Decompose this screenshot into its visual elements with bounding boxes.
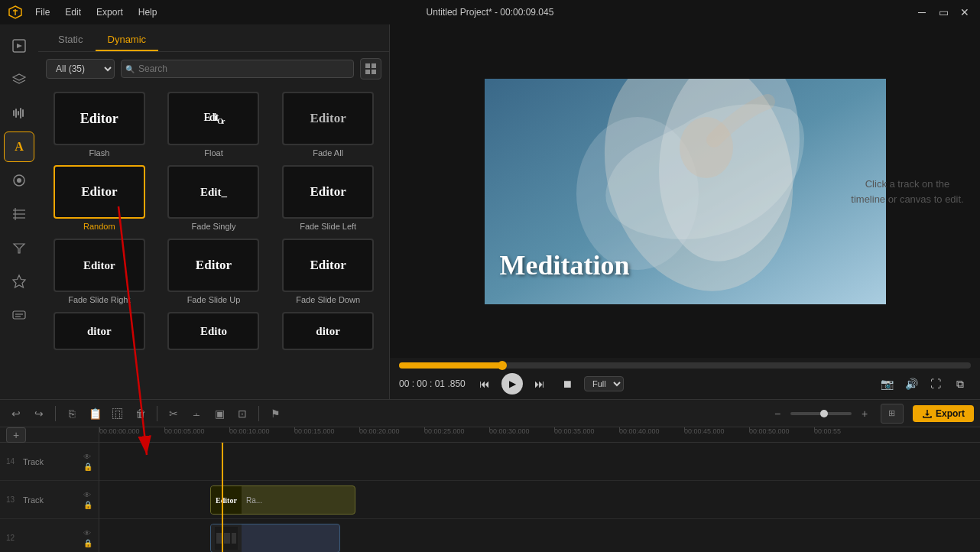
step-forward-button[interactable]: ⏭ — [529, 373, 550, 395]
track-row-12[interactable] — [99, 519, 980, 552]
menu-export[interactable]: Export — [90, 5, 129, 19]
ruler-50: 00:00:50.000 — [749, 427, 790, 435]
sidebar-icon-media[interactable] — [4, 31, 34, 61]
sidebar-icon-transitions[interactable] — [4, 199, 34, 229]
ruler-20: 00:00:20.000 — [359, 427, 400, 435]
svg-rect-13 — [365, 70, 370, 74]
add-track-button[interactable]: + — [6, 427, 26, 443]
category-select[interactable]: All (35) — [46, 59, 115, 79]
zoom-slider-thumb — [820, 410, 828, 417]
stop-button[interactable]: ⏹ — [557, 373, 578, 395]
minimize-button[interactable]: ─ — [913, 5, 931, 20]
sidebar-icon-captions[interactable] — [4, 300, 34, 330]
cut-button[interactable]: ✂ — [164, 404, 183, 424]
video-canvas[interactable]: Meditation — [485, 79, 886, 304]
track-14-lock[interactable]: 🔒 — [83, 463, 92, 471]
template-fade-slide-left-label: Fade Slide Left — [300, 222, 356, 231]
template-fade-slide-up-label: Fade Slide Up — [187, 295, 241, 304]
video-overlay-text: Meditation — [500, 249, 630, 281]
sidebar-icon-effects[interactable] — [4, 165, 34, 196]
template-fade-singly[interactable]: Edit_ Fade Singly — [161, 165, 268, 231]
undo-button[interactable]: ↩ — [6, 404, 26, 424]
template-fade-all[interactable]: Editor Fade All — [274, 92, 381, 157]
grid-toggle[interactable] — [360, 58, 381, 80]
copy-button[interactable]: ⎘ — [62, 404, 82, 424]
template-flash[interactable]: Editor Flash — [46, 92, 153, 157]
toolbar-divider-1 — [55, 406, 56, 421]
template-fade-slide-left[interactable]: Editor Fade Slide Left — [274, 165, 381, 231]
delete-button[interactable]: 🗑 — [131, 404, 151, 424]
menu-help[interactable]: Help — [132, 5, 164, 19]
track-13-clip-label: Ra... — [242, 496, 267, 505]
sidebar-icon-stickers[interactable] — [4, 266, 34, 297]
playhead[interactable] — [222, 443, 223, 552]
track-12-visibility[interactable]: 👁 — [83, 529, 92, 537]
marker-button[interactable]: ⚑ — [265, 404, 285, 424]
svg-point-2 — [17, 178, 21, 183]
track-12-lock[interactable]: 🔒 — [83, 539, 92, 547]
menu-edit[interactable]: Edit — [59, 5, 87, 19]
template-row4b[interactable]: Edito — [161, 312, 268, 353]
template-float[interactable]: EditOr Float — [161, 92, 268, 157]
screenshot-button[interactable]: 📷 — [876, 373, 897, 395]
redo-button[interactable]: ↪ — [29, 404, 49, 424]
track-14-label: Track — [23, 457, 44, 466]
fit-timeline-button[interactable]: ⊞ — [881, 404, 904, 424]
track-row-13[interactable]: Editor Ra... — [99, 481, 980, 519]
ruler-25: 00:00:25.000 — [424, 427, 465, 435]
quality-select[interactable]: Full — [584, 376, 624, 391]
sidebar-icon-text[interactable]: A — [4, 132, 34, 162]
maximize-button[interactable]: ▭ — [934, 5, 952, 20]
track-13-lock[interactable]: 🔒 — [83, 501, 92, 509]
progress-bar[interactable] — [399, 362, 971, 369]
zoom-in-button[interactable]: + — [855, 404, 875, 424]
sidebar-icon-layers[interactable] — [4, 64, 34, 95]
step-back-button[interactable]: ⏮ — [474, 373, 495, 395]
track-row-14[interactable] — [99, 443, 980, 481]
paste-button[interactable]: 📋 — [85, 404, 105, 424]
title-bar-left: File Edit Export Help — [6, 3, 163, 21]
window-title: Untitled Project* - 00:00:09.045 — [427, 7, 554, 18]
extend-button[interactable]: ⊡ — [232, 404, 252, 424]
track-12-clip[interactable] — [210, 524, 340, 552]
template-row4c[interactable]: ditor — [274, 312, 381, 353]
template-grid: Editor Flash EditOr Float Editor Fade Al… — [38, 86, 389, 399]
track-13-visibility[interactable]: 👁 — [83, 491, 92, 499]
template-fade-slide-down[interactable]: Editor Fade Slide Down — [274, 239, 381, 304]
zoom-out-button[interactable]: − — [767, 404, 787, 424]
main-layout: A Static Dynamic All (35) — [0, 24, 980, 399]
menu-file[interactable]: File — [29, 5, 56, 19]
edit-hint: Click a track on the timeline or canvas … — [850, 177, 965, 206]
template-random[interactable]: Editor Random — [46, 165, 153, 231]
track-13-clip[interactable]: Editor Ra... — [210, 485, 355, 515]
sidebar-icon-filters[interactable] — [4, 232, 34, 263]
template-fade-slide-up[interactable]: Editor Fade Slide Up — [161, 239, 268, 304]
timeline-ruler[interactable]: 00:00:00.000 00:00:05.000 00:00:10.000 0… — [99, 427, 980, 443]
timeline-area: + 14 Track 👁 🔒 13 Track 👁 🔒 12 — [0, 427, 980, 552]
trim-button[interactable]: ▣ — [209, 404, 229, 424]
fullscreen-button[interactable]: ⛶ — [925, 373, 946, 395]
pip-button[interactable]: ⧉ — [949, 373, 971, 395]
track-labels-header: + — [0, 427, 99, 443]
search-input[interactable] — [121, 60, 354, 78]
ruler-30: 00:00:30.000 — [489, 427, 530, 435]
export-button[interactable]: Export — [913, 405, 974, 422]
ruler-0: 00:00:00.000 — [99, 427, 140, 435]
close-button[interactable]: ✕ — [956, 5, 974, 20]
filter-bar: All (35) — [38, 52, 389, 86]
tab-dynamic[interactable]: Dynamic — [96, 29, 159, 51]
audio-button[interactable]: 🔊 — [900, 373, 922, 395]
controls-row: 00 : 00 : 01 .850 ⏮ ▶ ⏭ ⏹ Full 📷 🔊 ⛶ ⧉ — [399, 373, 971, 395]
split-button[interactable]: ⫠ — [187, 404, 206, 424]
tab-static[interactable]: Static — [46, 29, 96, 51]
menu-bar: File Edit Export Help — [29, 5, 163, 19]
zoom-slider[interactable] — [790, 412, 852, 415]
play-button[interactable]: ▶ — [501, 373, 523, 395]
template-fade-slide-right[interactable]: Editor Fade Slide Right — [46, 239, 153, 304]
duplicate-button[interactable]: ⿵ — [108, 404, 128, 424]
track-label-12: 12 👁 🔒 — [0, 519, 99, 552]
panel-tabs: Static Dynamic — [38, 24, 389, 52]
template-row4a[interactable]: ditor — [46, 312, 153, 353]
sidebar-icon-audio[interactable] — [4, 98, 34, 128]
track-14-visibility[interactable]: 👁 — [83, 453, 92, 461]
